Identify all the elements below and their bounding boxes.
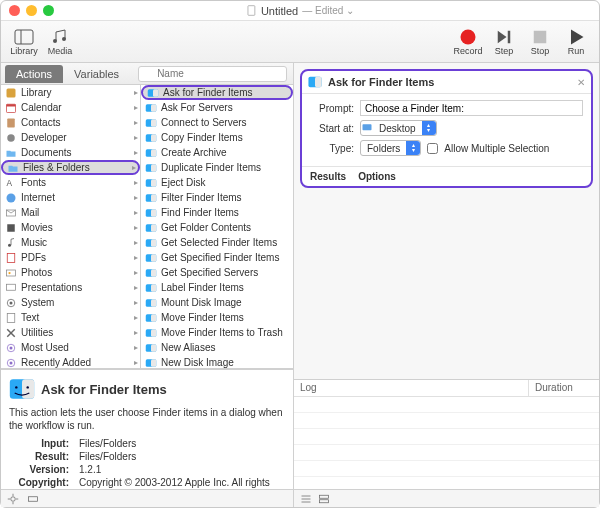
library-footer	[1, 489, 293, 507]
action-list[interactable]: Ask for Finder ItemsAsk For ServersConne…	[141, 85, 293, 368]
category-documents[interactable]: Documents▸	[1, 145, 140, 160]
svg-point-74	[26, 386, 28, 388]
search-input[interactable]	[138, 66, 287, 82]
svg-rect-38	[151, 134, 156, 142]
category-text[interactable]: Text▸	[1, 310, 140, 325]
workflow-canvas[interactable]: Ask for Finder Items ✕ Prompt: Start at:	[294, 63, 599, 379]
finder-icon	[145, 357, 157, 369]
action-new-disk-image[interactable]: New Disk Image	[141, 355, 293, 368]
allow-multiple-checkbox[interactable]	[427, 143, 438, 154]
collapse-icon[interactable]	[27, 493, 39, 505]
library-button[interactable]: Library	[7, 23, 41, 61]
category-fonts[interactable]: AFonts▸	[1, 175, 140, 190]
category-developer[interactable]: Developer▸	[1, 130, 140, 145]
record-button[interactable]: Record	[451, 23, 485, 61]
flow-view-icon[interactable]	[318, 493, 330, 505]
smart-icon	[5, 342, 17, 354]
action-new-aliases[interactable]: New Aliases	[141, 340, 293, 355]
action-create-archive[interactable]: Create Archive	[141, 145, 293, 160]
minimize-window-button[interactable]	[26, 5, 37, 16]
action-get-selected-finder-items[interactable]: Get Selected Finder Items	[141, 235, 293, 250]
folder-icon	[5, 147, 17, 159]
svg-point-22	[8, 271, 10, 273]
action-get-folder-contents[interactable]: Get Folder Contents	[141, 220, 293, 235]
category-most-used[interactable]: Most Used▸	[1, 340, 140, 355]
tab-variables[interactable]: Variables	[63, 65, 130, 83]
category-mail[interactable]: Mail▸	[1, 205, 140, 220]
edited-indicator[interactable]: — Edited ⌄	[302, 5, 354, 16]
svg-rect-46	[151, 194, 156, 202]
list-view-icon[interactable]	[300, 493, 312, 505]
action-mount-disk-image[interactable]: Mount Disk Image	[141, 295, 293, 310]
pdf-icon	[5, 252, 17, 264]
toolbar-label: Run	[568, 46, 585, 56]
log-rows	[294, 397, 599, 489]
action-move-finder-items[interactable]: Move Finder Items	[141, 310, 293, 325]
category-music[interactable]: Music▸	[1, 235, 140, 250]
system-icon	[5, 297, 17, 309]
category-pdfs[interactable]: PDFs▸	[1, 250, 140, 265]
zoom-window-button[interactable]	[43, 5, 54, 16]
action-ask-for-servers[interactable]: Ask For Servers	[141, 100, 293, 115]
gear-icon[interactable]	[7, 493, 19, 505]
action-copy-finder-items[interactable]: Copy Finder Items	[141, 130, 293, 145]
category-photos[interactable]: Photos▸	[1, 265, 140, 280]
close-window-button[interactable]	[9, 5, 20, 16]
svg-rect-56	[151, 269, 156, 277]
action-filter-finder-items[interactable]: Filter Finder Items	[141, 190, 293, 205]
category-files-folders[interactable]: Files & Folders▸	[1, 160, 140, 175]
category-calendar[interactable]: Calendar▸	[1, 100, 140, 115]
duration-column-header[interactable]: Duration	[529, 380, 599, 396]
category-label: Mail	[21, 207, 39, 218]
action-get-specified-finder-items[interactable]: Get Specified Finder Items	[141, 250, 293, 265]
svg-rect-12	[7, 104, 16, 106]
music-icon	[5, 237, 17, 249]
category-system[interactable]: System▸	[1, 295, 140, 310]
finder-icon	[145, 312, 157, 324]
category-movies[interactable]: Movies▸	[1, 220, 140, 235]
action-duplicate-finder-items[interactable]: Duplicate Finder Items	[141, 160, 293, 175]
action-get-specified-servers[interactable]: Get Specified Servers	[141, 265, 293, 280]
category-contacts[interactable]: Contacts▸	[1, 115, 140, 130]
action-ask-for-finder-items[interactable]: Ask for Finder Items	[141, 85, 293, 100]
tab-actions[interactable]: Actions	[5, 65, 63, 83]
type-label: Type:	[310, 143, 354, 154]
chevron-right-icon: ▸	[134, 178, 138, 187]
svg-rect-66	[151, 344, 156, 352]
step-button[interactable]: Step	[487, 23, 521, 61]
action-label: Get Specified Finder Items	[161, 252, 279, 263]
action-find-finder-items[interactable]: Find Finder Items	[141, 205, 293, 220]
category-recently-added[interactable]: Recently Added▸	[1, 355, 140, 368]
category-presentations[interactable]: Presentations▸	[1, 280, 140, 295]
run-button[interactable]: Run	[559, 23, 593, 61]
media-button[interactable]: Media	[43, 23, 77, 61]
action-ask-for-finder-items[interactable]: Ask for Finder Items ✕ Prompt: Start at:	[300, 69, 593, 188]
category-internet[interactable]: Internet▸	[1, 190, 140, 205]
window-title: Untitled	[261, 5, 298, 17]
category-utilities[interactable]: Utilities▸	[1, 325, 140, 340]
options-tab[interactable]: Options	[358, 171, 396, 182]
action-label-finder-items[interactable]: Label Finder Items	[141, 280, 293, 295]
category-label: PDFs	[21, 252, 46, 263]
svg-point-3	[53, 39, 57, 43]
results-tab[interactable]: Results	[310, 171, 346, 182]
category-list[interactable]: Library▸Calendar▸Contacts▸Developer▸Docu…	[1, 85, 141, 368]
svg-rect-6	[508, 30, 511, 43]
close-icon[interactable]: ✕	[577, 77, 585, 88]
action-label: Mount Disk Image	[161, 297, 242, 308]
start-at-select[interactable]: Desktop ▴▾	[360, 120, 437, 136]
svg-rect-60	[151, 299, 156, 307]
action-connect-to-servers[interactable]: Connect to Servers	[141, 115, 293, 130]
description-body: This action lets the user choose Finder …	[9, 406, 285, 432]
action-move-finder-items-to-trash[interactable]: Move Finder Items to Trash	[141, 325, 293, 340]
type-select[interactable]: Folders ▴▾	[360, 140, 421, 156]
category-label: Files & Folders	[23, 162, 90, 173]
presentations-icon	[5, 282, 17, 294]
svg-rect-52	[151, 239, 156, 247]
category-library[interactable]: Library▸	[1, 85, 140, 100]
prompt-input[interactable]	[360, 100, 583, 116]
log-column-header[interactable]: Log	[294, 380, 529, 396]
action-eject-disk[interactable]: Eject Disk	[141, 175, 293, 190]
stop-button[interactable]: Stop	[523, 23, 557, 61]
utilities-icon	[5, 327, 17, 339]
